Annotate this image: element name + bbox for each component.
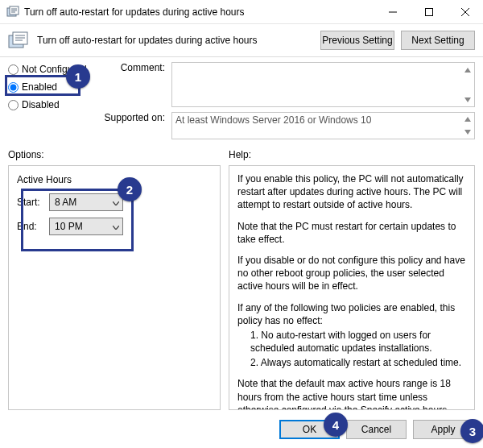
end-label: End:: [17, 221, 44, 232]
options-panel: Active Hours Start: 8 AM End: 10 PM: [8, 165, 221, 410]
end-time-select[interactable]: 10 PM: [49, 218, 123, 235]
header-title: Turn off auto-restart for updates during…: [37, 35, 314, 46]
annotation-marker-4: 4: [324, 413, 348, 437]
help-paragraph: Note that the default max active hours r…: [237, 377, 466, 410]
help-text[interactable]: If you enable this policy, the PC will n…: [229, 165, 475, 410]
annotation-marker-1: 1: [66, 64, 90, 89]
start-time-select[interactable]: 8 AM: [49, 193, 123, 211]
help-list-item: 2. Always automatically restart at sched…: [237, 356, 466, 369]
radio-not-configured-input[interactable]: [8, 64, 19, 75]
annotation-marker-3: 3: [460, 419, 483, 443]
active-hours-title: Active Hours: [17, 174, 212, 185]
supported-on-box: At least Windows Server 2016 or Windows …: [171, 112, 475, 139]
help-label: Help:: [229, 146, 475, 165]
start-label: Start:: [17, 197, 44, 208]
annotation-marker-2: 2: [118, 177, 142, 201]
previous-setting-button[interactable]: Previous Setting: [320, 31, 394, 50]
radio-disabled-label: Disabled: [22, 99, 60, 110]
close-button[interactable]: [447, 0, 483, 24]
header-strip: Turn off auto-restart for updates during…: [0, 24, 483, 57]
radio-enabled-input[interactable]: [8, 82, 19, 93]
maximize-button[interactable]: [411, 0, 447, 24]
scroll-down-icon[interactable]: [460, 93, 474, 106]
scroll-up-icon[interactable]: [460, 63, 474, 77]
help-paragraph: If you enable this policy, the PC will n…: [237, 172, 466, 212]
comment-scrollbar[interactable]: [460, 63, 474, 106]
supported-scrollbar[interactable]: [460, 113, 474, 139]
policy-icon: [6, 6, 19, 19]
dialog-footer: OK Cancel Apply: [0, 413, 483, 446]
policy-icon-large: [8, 31, 31, 49]
comment-label: Comment:: [97, 62, 165, 73]
svg-rect-2: [425, 8, 432, 15]
radio-disabled-input[interactable]: [8, 100, 19, 110]
cancel-button[interactable]: Cancel: [346, 420, 407, 439]
next-setting-button[interactable]: Next Setting: [401, 31, 475, 50]
scroll-down-icon[interactable]: [460, 126, 474, 139]
help-paragraph: If you disable or do not configure this …: [237, 254, 466, 293]
window-title: Turn off auto-restart for updates during…: [24, 6, 374, 18]
titlebar: Turn off auto-restart for updates during…: [0, 0, 483, 24]
help-list-item: 1. No auto-restart with logged on users …: [237, 329, 466, 355]
help-paragraph: Note that the PC must restart for certai…: [237, 220, 466, 246]
radio-disabled[interactable]: Disabled: [8, 99, 89, 110]
radio-enabled-label: Enabled: [22, 81, 57, 93]
supported-on-label: Supported on:: [97, 112, 165, 123]
comment-textarea[interactable]: [171, 62, 475, 107]
scroll-up-icon[interactable]: [460, 113, 474, 126]
chevron-down-icon: [113, 197, 119, 208]
minimize-button[interactable]: [374, 0, 411, 24]
chevron-down-icon: [113, 221, 119, 232]
options-label: Options:: [8, 146, 221, 165]
help-paragraph: If any of the following two policies are…: [237, 301, 466, 327]
